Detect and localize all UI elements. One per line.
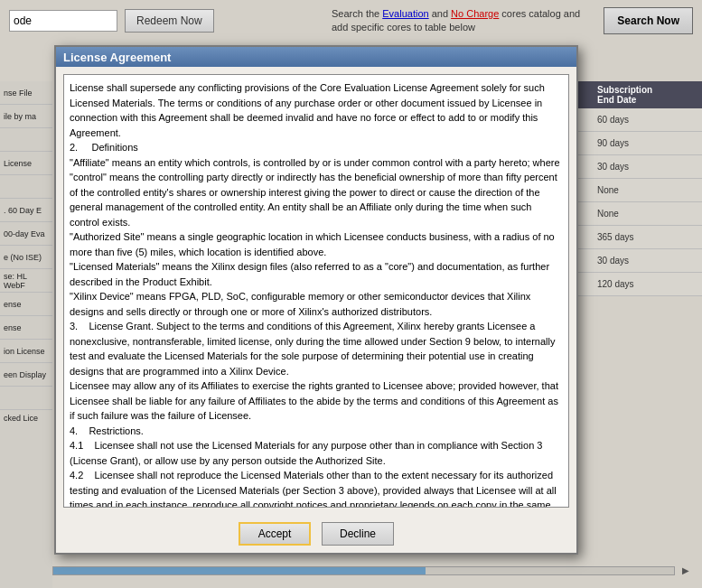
- nav-item-ense1: ense: [0, 293, 52, 316]
- no-charge-link[interactable]: No Charge: [451, 8, 499, 19]
- evaluation-link[interactable]: Evaluation: [382, 8, 428, 19]
- sub-end-cell: 90 days: [594, 138, 684, 148]
- locked-license-label: cked Lice: [0, 410, 52, 426]
- nav-item-hl-webf: se: HL WebF: [0, 269, 52, 293]
- dialog-buttons: Accept Decline: [56, 515, 576, 553]
- progress-bar-container: [52, 566, 675, 575]
- sub-end-cell: None: [594, 209, 684, 219]
- sub-end-cell: 30 days: [594, 256, 684, 266]
- decline-button[interactable]: Decline: [322, 522, 394, 546]
- license-text-area[interactable]: License shall supersede any conflicting …: [63, 74, 569, 508]
- nav-item-blank2: [0, 175, 52, 199]
- nav-item-license-file: nse File: [0, 81, 52, 105]
- license-text: License shall supersede any conflicting …: [70, 80, 563, 508]
- scroll-arrow-icon[interactable]: ▶: [682, 565, 689, 575]
- dialog-title: License Agreement: [63, 51, 171, 64]
- search-now-button[interactable]: Search Now: [604, 7, 693, 34]
- nav-item-license: License: [0, 152, 52, 175]
- nav-item-blank1: [0, 128, 52, 152]
- nav-item-file-by: ile by ma: [0, 105, 52, 128]
- sub-end-cell: None: [594, 185, 684, 195]
- search-description: Search the Evaluation and No Charge core…: [332, 7, 596, 33]
- redeem-now-button[interactable]: Redeem Now: [125, 9, 214, 33]
- nav-item-ense2: ense: [0, 316, 52, 340]
- code-input[interactable]: [9, 10, 117, 32]
- subscription-end-column-header: Subscription End Date: [594, 85, 656, 105]
- search-area: Search the Evaluation and No Charge core…: [323, 0, 702, 41]
- sub-end-cell: 60 days: [594, 115, 684, 125]
- sub-end-cell: 30 days: [594, 162, 684, 172]
- sub-end-cell: 120 days: [594, 279, 684, 289]
- license-agreement-dialog: License Agreement License shall supersed…: [54, 45, 578, 555]
- nav-item-blank3: [0, 387, 52, 410]
- nav-item-een-display: een Display: [0, 363, 52, 387]
- dialog-content: License shall supersede any conflicting …: [56, 67, 576, 515]
- left-nav: nse File ile by ma License . 60 Day E 00…: [0, 81, 52, 588]
- nav-item-100day: 00-day Eva: [0, 222, 52, 246]
- nav-item-no-ise: e (No ISE): [0, 246, 52, 269]
- nav-item-60day: . 60 Day E: [0, 199, 52, 222]
- dialog-title-bar: License Agreement: [56, 47, 576, 67]
- nav-item-ion-license: ion License: [0, 340, 52, 363]
- sub-end-cell: 365 days: [594, 232, 684, 242]
- accept-button[interactable]: Accept: [239, 522, 311, 546]
- progress-bar-fill: [53, 567, 426, 574]
